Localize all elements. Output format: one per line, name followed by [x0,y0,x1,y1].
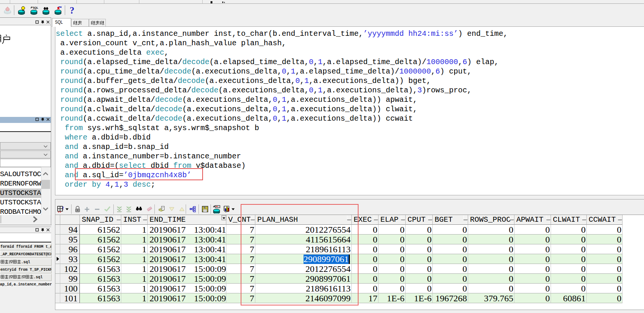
svg-text:SQL: SQL [33,6,38,9]
